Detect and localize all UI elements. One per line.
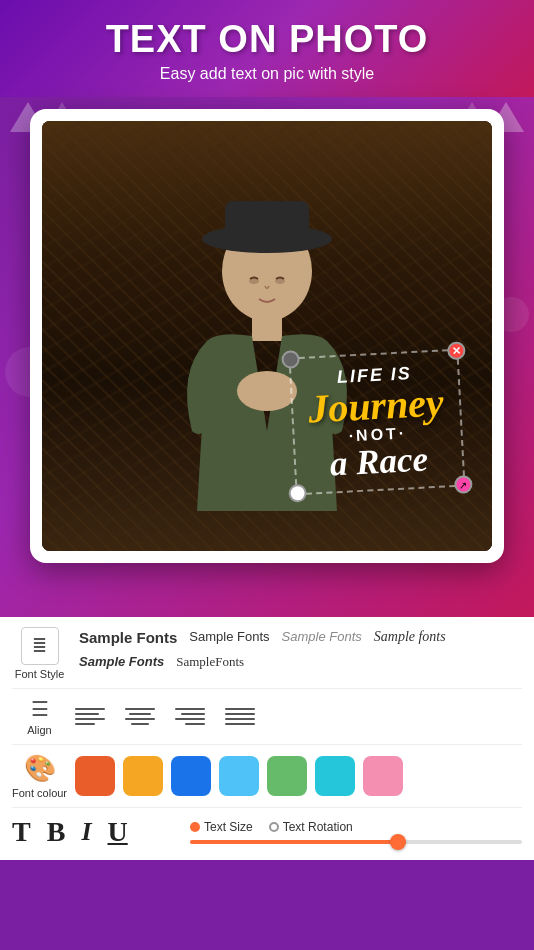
text-size-label: Text Size <box>190 820 253 834</box>
font-sample-5[interactable]: Sample Fonts <box>75 652 168 672</box>
align-line-j3 <box>225 718 255 720</box>
font-style-icon: ≣ <box>21 627 59 665</box>
size-rotation-controls: Text Size Text Rotation <box>190 820 522 844</box>
resize-handle-tl[interactable] <box>282 350 301 369</box>
colour-swatch-blue[interactable] <box>171 756 211 796</box>
align-line-r3 <box>175 718 205 720</box>
colour-row: 🎨 Font colour <box>12 745 522 808</box>
align-line-1 <box>75 708 105 710</box>
align-line-j1 <box>225 708 255 710</box>
app-subtitle: Easy add text on pic with style <box>20 65 514 83</box>
size-rotation-row: T B I U Text Size Text Rotation <box>12 808 522 852</box>
align-justify-button[interactable] <box>225 708 255 725</box>
text-rotation-label: Text Rotation <box>269 820 353 834</box>
align-line-r2 <box>181 713 205 715</box>
align-line-c4 <box>131 723 149 725</box>
colour-swatch-orange-red[interactable] <box>75 756 115 796</box>
text-format-controls: T B I U <box>12 816 182 848</box>
font-sample-2[interactable]: Sample Fonts <box>185 627 273 648</box>
text-icon-symbol: ≣ <box>32 635 47 657</box>
overlay-text-line2: Journey <box>308 383 445 430</box>
align-line-c3 <box>125 718 155 720</box>
colour-swatch-pink[interactable] <box>363 756 403 796</box>
text-underline-button[interactable]: U <box>108 816 128 848</box>
font-style-row: ≣ Font Style Sample Fonts Sample Fonts S… <box>12 617 522 689</box>
photo-background: ✕ ↗ LIFE IS Journey ·NOT· a Race <box>42 121 492 551</box>
font-sample-1[interactable]: Sample Fonts <box>75 627 181 648</box>
align-label: Align <box>27 724 51 736</box>
colour-icon: 🎨 <box>24 753 56 784</box>
size-slider-track[interactable] <box>190 840 522 844</box>
colour-swatch-orange[interactable] <box>123 756 163 796</box>
align-label-col: ☰ Align <box>12 697 67 736</box>
svg-rect-2 <box>225 201 309 246</box>
align-right-button[interactable] <box>175 708 205 725</box>
app-header: TEXT ON PHOTO Easy add text on pic with … <box>0 0 534 97</box>
app-title: TEXT ON PHOTO <box>20 18 514 61</box>
text-italic-button[interactable]: I <box>81 817 91 847</box>
align-line-j4 <box>225 723 255 725</box>
size-label-text: Text Size <box>204 820 253 834</box>
colour-label: Font colour <box>12 787 67 799</box>
font-style-label-col: ≣ Font Style <box>12 627 67 680</box>
text-overlay[interactable]: ✕ ↗ LIFE IS Journey ·NOT· a Race <box>289 349 466 496</box>
colour-swatch-green[interactable] <box>267 756 307 796</box>
svg-point-4 <box>237 371 297 411</box>
font-sample-6[interactable]: SampleFonts <box>172 652 248 672</box>
colour-swatch-teal[interactable] <box>315 756 355 796</box>
tablet-frame: ✕ ↗ LIFE IS Journey ·NOT· a Race <box>30 109 504 563</box>
text-normal-button[interactable]: T <box>12 816 31 848</box>
colour-label-col: 🎨 Font colour <box>12 753 67 799</box>
align-line-2 <box>75 713 99 715</box>
size-dot-icon <box>190 822 200 832</box>
align-line-c1 <box>125 708 155 710</box>
align-row: ☰ Align <box>12 689 522 745</box>
text-bold-button[interactable]: B <box>47 816 66 848</box>
size-slider-thumb[interactable] <box>390 834 406 850</box>
font-sample-4[interactable]: Sample fonts <box>370 627 450 648</box>
align-line-r1 <box>175 708 205 710</box>
size-rotation-labels: Text Size Text Rotation <box>190 820 522 834</box>
font-style-label: Font Style <box>15 668 65 680</box>
svg-rect-3 <box>252 316 282 341</box>
align-line-3 <box>75 718 105 720</box>
colour-swatches <box>75 756 522 796</box>
align-icon: ☰ <box>31 697 49 721</box>
align-line-c2 <box>129 713 151 715</box>
align-left-button[interactable] <box>75 708 105 725</box>
mockup-area: ✕ ↗ LIFE IS Journey ·NOT· a Race <box>0 97 534 617</box>
overlay-text-line4: a Race <box>311 440 448 482</box>
rotation-dot-icon <box>269 822 279 832</box>
align-line-4 <box>75 723 95 725</box>
size-slider-fill <box>190 840 406 844</box>
font-sample-3[interactable]: Sample Fonts <box>278 627 366 648</box>
colour-swatch-light-blue[interactable] <box>219 756 259 796</box>
align-center-button[interactable] <box>125 708 155 725</box>
align-line-r4 <box>185 723 205 725</box>
align-line-j2 <box>225 713 255 715</box>
bottom-panel: ≣ Font Style Sample Fonts Sample Fonts S… <box>0 617 534 860</box>
align-options <box>75 708 522 725</box>
rotation-label-text: Text Rotation <box>283 820 353 834</box>
photo-canvas[interactable]: ✕ ↗ LIFE IS Journey ·NOT· a Race <box>42 121 492 551</box>
font-samples: Sample Fonts Sample Fonts Sample Fonts S… <box>75 627 522 672</box>
